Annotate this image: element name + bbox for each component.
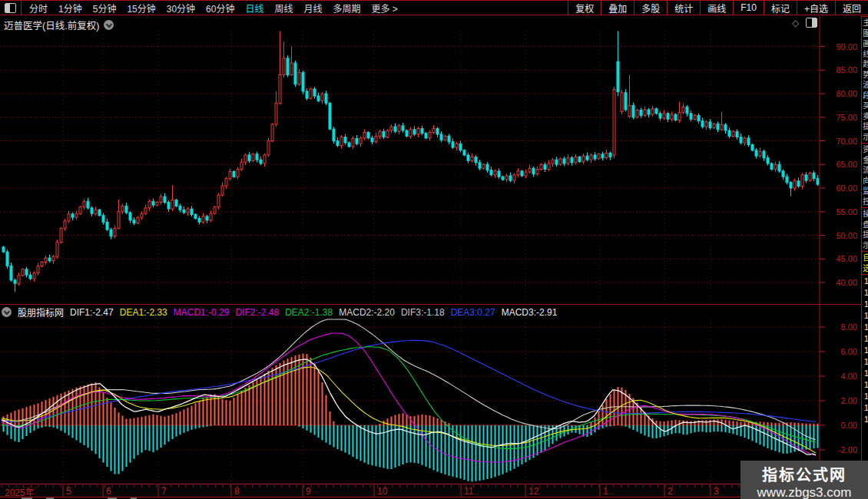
chevron-down-icon[interactable] xyxy=(104,20,114,30)
svg-text:-2.00: -2.00 xyxy=(838,445,857,454)
svg-text:2: 2 xyxy=(668,486,673,497)
right-edge-strip-text-4: 1111111111111 xyxy=(862,274,868,426)
svg-text:2.00: 2.00 xyxy=(841,396,857,405)
indicator-value-DIF2: DIF2:-2.48 xyxy=(235,307,279,318)
svg-text:5: 5 xyxy=(66,486,71,497)
svg-text:80.00: 80.00 xyxy=(836,89,857,98)
candlestick-chart xyxy=(2,31,819,292)
menu-item-复权[interactable]: 复权 xyxy=(568,1,601,15)
svg-text:70.00: 70.00 xyxy=(836,137,857,146)
menu-item-多股[interactable]: 多股 xyxy=(634,1,667,15)
watermark: 指标公式网 www.zbgs3.com xyxy=(740,461,868,499)
svg-text:65.00: 65.00 xyxy=(836,160,857,169)
svg-text:1: 1 xyxy=(603,486,608,497)
chart-corner-icons: ◇ xyxy=(792,18,817,28)
indicator-collapse-icon[interactable] xyxy=(2,307,12,317)
svg-text:8.00: 8.00 xyxy=(841,322,857,332)
right-edge-strip-text-1: 资金流向监控 xyxy=(862,143,868,207)
panel-layout-icon xyxy=(5,3,16,13)
menu-item-1分钟[interactable]: 1分钟 xyxy=(58,2,82,15)
svg-text:12: 12 xyxy=(528,486,539,497)
svg-text:50.00: 50.00 xyxy=(836,231,857,240)
indicator-value-DEA1: DEA1:-2.33 xyxy=(120,307,167,318)
menu-item-标记[interactable]: 标记 xyxy=(764,1,797,15)
period-menu: 分时1分钟5分钟15分钟30分钟60分钟日线周线月线多周期更多 > xyxy=(29,2,398,15)
indicator-line-DIF3 xyxy=(2,319,816,440)
svg-text:0.00: 0.00 xyxy=(841,421,857,430)
watermark-site-name: 指标公式网 xyxy=(740,463,868,485)
indicator-line-DIF2 xyxy=(2,333,816,462)
watermark-url: www.zbgs3.com xyxy=(740,485,868,499)
menu-item-周线[interactable]: 周线 xyxy=(274,2,293,15)
right-edge-strip-text-2: 操盘提示 xyxy=(862,207,868,251)
menu-item-统计[interactable]: 统计 xyxy=(667,1,700,15)
gridlines xyxy=(0,31,820,484)
indicator-name: 股朋指标网 xyxy=(18,306,64,319)
menu-item-返回[interactable]: 返回 xyxy=(835,1,868,15)
indicator-value-DEA3: DEA3:0.27 xyxy=(451,307,495,318)
svg-text:40.00: 40.00 xyxy=(836,278,857,287)
top-toolbar: 分时1分钟5分钟15分钟30分钟60分钟日线周线月线多周期更多 > 复权叠加多股… xyxy=(0,0,868,15)
menu-item-月线[interactable]: 月线 xyxy=(304,2,323,15)
indicator-line-DEA3 xyxy=(2,340,816,421)
svg-text:10: 10 xyxy=(377,486,388,497)
svg-text:3: 3 xyxy=(714,486,719,497)
menu-item-画线[interactable]: 画线 xyxy=(700,1,733,15)
menu-item-+自选[interactable]: +自选 xyxy=(797,1,835,15)
svg-text:9: 9 xyxy=(306,486,311,497)
svg-text:11: 11 xyxy=(464,486,474,497)
indicator-value-MACD2: MACD2:-2.20 xyxy=(339,307,395,318)
indicator-value-DIF1: DIF1:-2.47 xyxy=(70,307,114,318)
svg-text:55.00: 55.00 xyxy=(836,207,857,216)
right-edge-strip-text-3: 自选 xyxy=(862,251,868,274)
indicator-header: 股朋指标网 DIF1:-2.47DEA1:-2.33MACD1:-0.29DIF… xyxy=(2,306,816,318)
menu-item-F10[interactable]: F10 xyxy=(733,1,764,15)
menu-item-15分钟[interactable]: 15分钟 xyxy=(127,2,155,15)
app-window: 90.0085.0080.0075.0070.0065.0060.0055.00… xyxy=(0,0,868,499)
x-axis-year-label: 2025年 xyxy=(5,485,35,498)
layout-toggle-button[interactable] xyxy=(0,1,22,15)
indicator-line-DEA1 xyxy=(2,367,816,453)
indicator-line-DIF1 xyxy=(2,359,816,455)
svg-text:75.00: 75.00 xyxy=(836,113,857,122)
svg-text:6.00: 6.00 xyxy=(841,347,857,356)
svg-text:4.00: 4.00 xyxy=(841,372,857,381)
indicator-value-DEA2: DEA2:-1.38 xyxy=(285,307,333,318)
svg-text:6: 6 xyxy=(106,486,111,497)
indicator-value-MACD1: MACD1:-0.29 xyxy=(174,307,230,318)
charts-canvas[interactable]: 90.0085.0080.0075.0070.0065.0060.0055.00… xyxy=(0,0,868,499)
macd-indicator-chart xyxy=(2,319,819,481)
page-title: 迈普医学(日线.前复权) xyxy=(4,18,99,32)
indicator-value-DIF3: DIF3:-1.18 xyxy=(401,307,445,318)
menu-item-叠加[interactable]: 叠加 xyxy=(601,1,634,15)
menu-item-日线[interactable]: 日线 xyxy=(245,2,263,15)
right-edge-strip-text-0: 主图画线趋势波段买卖提示 xyxy=(862,16,868,143)
svg-text:7: 7 xyxy=(161,486,167,497)
diamond-icon[interactable]: ◇ xyxy=(792,18,799,28)
menu-item-30分钟[interactable]: 30分钟 xyxy=(167,2,195,15)
tools-menu: 复权叠加多股统计画线F10标记+自选返回 xyxy=(568,1,868,15)
svg-text:90.00: 90.00 xyxy=(836,42,857,51)
svg-text:85.00: 85.00 xyxy=(836,65,857,74)
chart-title-row: 迈普医学(日线.前复权) xyxy=(4,18,114,32)
menu-item-分时[interactable]: 分时 xyxy=(29,2,48,15)
menu-item-多周期[interactable]: 多周期 xyxy=(333,2,361,15)
svg-text:60.00: 60.00 xyxy=(836,183,857,193)
menu-item-5分钟[interactable]: 5分钟 xyxy=(93,2,117,15)
svg-text:8: 8 xyxy=(234,486,240,497)
menu-item-更多 >[interactable]: 更多 > xyxy=(372,2,398,15)
window-split-icon[interactable] xyxy=(806,18,817,28)
right-edge-strip[interactable]: 主图画线趋势波段买卖提示资金流向监控操盘提示自选1111111111111 xyxy=(861,16,868,499)
indicator-value-MACD3: MACD3:-2.91 xyxy=(502,307,558,318)
menu-item-60分钟[interactable]: 60分钟 xyxy=(206,2,234,15)
svg-text:45.00: 45.00 xyxy=(836,254,857,263)
